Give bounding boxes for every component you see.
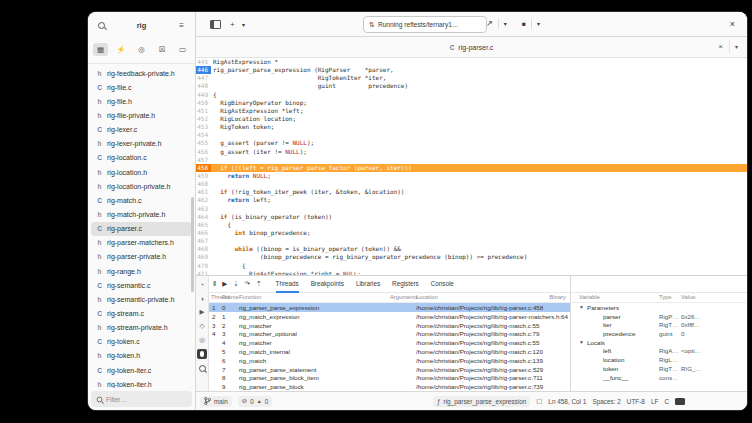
line-number-gutter[interactable]: 448	[196, 82, 211, 90]
grid-icon[interactable]: ▦	[93, 43, 108, 56]
stop-chevron-icon[interactable]: ▾	[535, 20, 542, 27]
stack-frame-row[interactable]: 7rig_parser_parse_statement/home/christi…	[209, 365, 570, 374]
line-number-gutter[interactable]: 450	[196, 99, 211, 107]
line-number-gutter[interactable]: 446	[196, 66, 211, 74]
file-row[interactable]: hrig-file.h	[88, 94, 195, 108]
language-mode[interactable]: C	[664, 398, 669, 405]
file-row[interactable]: Crig-lexer.c	[88, 123, 195, 137]
file-row[interactable]: hrig-parser-private.h	[88, 250, 195, 264]
file-row[interactable]: Crig-parser.c	[91, 222, 192, 236]
step-over-icon[interactable]: ↷	[245, 280, 250, 288]
stack-frame-row[interactable]: 21rig_match_expression/home/christian/Pr…	[209, 312, 570, 321]
package-icon[interactable]: ☒	[155, 43, 170, 56]
line-number-gutter[interactable]: 452	[196, 115, 211, 123]
stack-frame-row[interactable]: 6rig_match/home/christian/Projects/rig/l…	[209, 356, 570, 365]
line-number-gutter[interactable]: 449	[196, 91, 211, 99]
panel-visibility-toggle[interactable]	[675, 398, 685, 405]
tab-rig-parser[interactable]: C rig-parser.c	[450, 44, 494, 51]
file-row[interactable]: hrig-stream-private.h	[88, 321, 195, 335]
line-number-gutter[interactable]: 464	[196, 213, 211, 221]
indent-mode[interactable]: Spaces: 2	[592, 398, 620, 405]
tests-icon[interactable]: ◇	[197, 321, 207, 331]
variable-row[interactable]: locationRigL…	[571, 355, 747, 364]
sidebar-scrollbar[interactable]	[191, 197, 194, 292]
variable-row[interactable]: parserRigP…0x26…	[571, 312, 747, 321]
debugger-bug-icon[interactable]	[197, 349, 207, 359]
file-row[interactable]: hrig-feedback-private.h	[88, 66, 195, 80]
stack-frame-row[interactable]: 32rig_matcher/home/christian/Projects/ri…	[209, 321, 570, 330]
file-row[interactable]: hrig-semantic-private.h	[88, 292, 195, 306]
tab-libraries[interactable]: Libraries	[356, 276, 380, 293]
tab-console[interactable]: Console	[431, 276, 454, 293]
file-row[interactable]: hrig-match-private.h	[88, 207, 195, 221]
stack-frame-row[interactable]: 10rig_parser_parse_expression/home/chris…	[209, 303, 570, 312]
layout-icon[interactable]: ▢	[536, 397, 542, 405]
line-number-gutter[interactable]: 467	[196, 237, 211, 245]
stack-frame-row[interactable]: 43rig_matcher_optional/home/christian/Pr…	[209, 329, 570, 338]
stack-frame-row[interactable]: 5rig_match_internal/home/christian/Proje…	[209, 347, 570, 356]
line-number-gutter[interactable]: 465	[196, 221, 211, 229]
tab-breakpoints[interactable]: Breakpoints	[311, 276, 344, 293]
expander-icon[interactable]: ▼	[579, 304, 584, 310]
step-out-icon[interactable]: ⇡	[256, 280, 261, 288]
chat-icon[interactable]: ▭	[175, 43, 190, 56]
line-number-gutter[interactable]: 453	[196, 123, 211, 131]
tab-chevron-icon[interactable]: ▾	[729, 40, 743, 53]
search-icon[interactable]	[94, 19, 109, 32]
filter-input[interactable]: Filter…	[91, 391, 192, 407]
step-in-icon[interactable]: ⇣	[233, 280, 238, 288]
omnibar-button[interactable]: ⇅ Running reftests/ternary1…	[363, 16, 487, 33]
variable-row[interactable]: leftRigA…<opti…	[571, 346, 747, 355]
line-number-gutter[interactable]: 463	[196, 205, 211, 213]
settings-icon[interactable]: ◎	[197, 335, 207, 345]
history-icon[interactable]: ◑	[197, 293, 207, 303]
line-number-gutter[interactable]: 455	[196, 139, 211, 147]
line-number-gutter[interactable]: 447	[196, 74, 211, 82]
line-number-gutter[interactable]: 456	[196, 148, 211, 156]
cursor-position[interactable]: Ln 458, Col 1	[548, 398, 586, 405]
stack-frame-row[interactable]: 9rig_parser_parse_block/home/christian/P…	[209, 382, 570, 391]
current-symbol-button[interactable]: ƒ rig_parser_parse_expression	[433, 396, 530, 407]
variable-row[interactable]: precedenceguint0	[571, 329, 747, 338]
run-button[interactable]: ↗	[484, 19, 495, 28]
variable-group-row[interactable]: ▼Locals	[571, 338, 747, 347]
variable-group-row[interactable]: ▼Parameters	[571, 303, 747, 312]
variable-row[interactable]: tokenRigT…RIG_…	[571, 364, 747, 373]
file-row[interactable]: Crig-location.c	[88, 151, 195, 165]
pause-icon[interactable]: Ⅱ	[213, 280, 216, 288]
variable-row[interactable]: __func__cons…	[571, 373, 747, 382]
tab-close-button[interactable]: ×	[714, 40, 727, 53]
file-row[interactable]: Crig-stream.c	[88, 306, 195, 320]
menu-icon[interactable]: ≡	[174, 19, 189, 32]
search-panel-icon[interactable]	[197, 363, 207, 373]
expander-icon[interactable]: ▼	[579, 339, 584, 345]
line-number-gutter[interactable]: 459	[196, 172, 211, 180]
file-row[interactable]: hrig-location.h	[88, 165, 195, 179]
line-number-gutter[interactable]: 469	[196, 253, 211, 261]
line-number-gutter[interactable]: 454	[196, 131, 211, 139]
line-number-gutter[interactable]: 470	[196, 262, 211, 270]
diagnostics-button[interactable]: ⊘0 ▲0	[238, 396, 272, 407]
file-row[interactable]: hrig-parser-matchers.h	[88, 236, 195, 250]
file-row[interactable]: hrig-file-private.h	[88, 108, 195, 122]
stop-button[interactable]: ■	[520, 20, 528, 27]
file-row[interactable]: Crig-token-iter.c	[88, 363, 195, 377]
file-row[interactable]: hrig-lexer-private.h	[88, 137, 195, 151]
file-row[interactable]: Crig-match.c	[88, 193, 195, 207]
file-row[interactable]: Crig-token.c	[88, 335, 195, 349]
tab-registers[interactable]: Registers	[392, 276, 419, 293]
line-number-gutter[interactable]: 461	[196, 188, 211, 196]
continue-icon[interactable]: ▶	[222, 280, 227, 288]
line-number-gutter[interactable]: 451	[196, 107, 211, 115]
line-number-gutter[interactable]: 458	[196, 164, 211, 172]
window-close-button[interactable]: ×	[725, 16, 740, 31]
todo-icon[interactable]: ◔	[197, 279, 207, 289]
line-ending[interactable]: LF	[651, 398, 658, 405]
line-number-gutter[interactable]: 466	[196, 229, 211, 237]
line-number-gutter[interactable]: 457	[196, 156, 211, 164]
panel-toggle-button[interactable]	[210, 12, 221, 36]
run-chevron-icon[interactable]: ▾	[502, 20, 509, 27]
tab-threads[interactable]: Threads	[276, 276, 299, 293]
line-number-gutter[interactable]: 460	[196, 180, 211, 188]
encoding[interactable]: UTF-8	[627, 398, 645, 405]
